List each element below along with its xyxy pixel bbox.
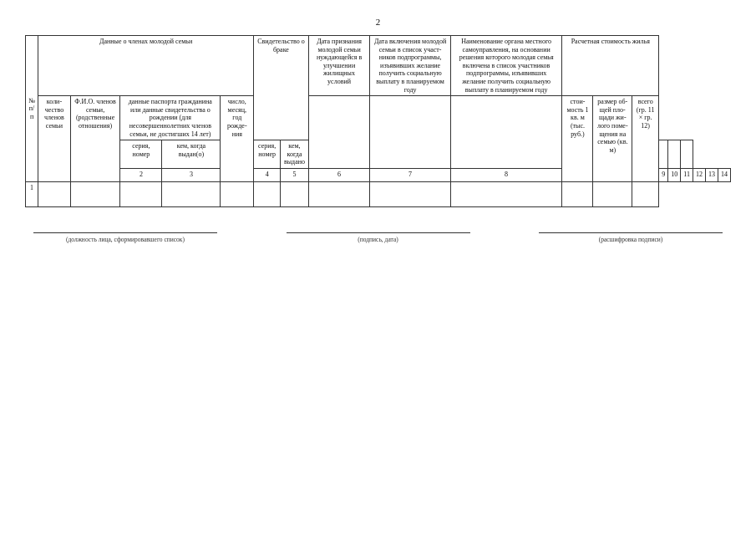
cell-1-5 [162, 181, 221, 206]
footer-position: (должность лица, сформировавшего список) [33, 232, 217, 243]
col-n-4: 4 [254, 168, 281, 181]
footer-signature-line [287, 232, 470, 233]
cell-1-2 [38, 181, 71, 206]
inclusion-sub2 [668, 140, 681, 169]
fio-header: Ф.И.О. членов семьи, (родствен­ные отно­… [70, 96, 120, 182]
passport-header: данные паспорта гражданина или данные св… [120, 96, 221, 140]
passport-series-header: серия, номер [120, 140, 162, 169]
cell-1-9 [308, 181, 370, 206]
col-num-header: №п/п [26, 36, 38, 182]
cell-1-12 [562, 181, 593, 206]
inclusion-sub [370, 96, 450, 169]
passport-issuer-header: кем, когда выдан(о) [162, 140, 221, 169]
cell-1-6 [221, 181, 254, 206]
cell-1-11 [450, 181, 562, 206]
col-n-13: 13 [705, 168, 718, 181]
footer: (должность лица, сформировавшего список)… [25, 232, 731, 243]
cost-header: Расчетная стоимость жилья [562, 36, 659, 96]
recognition-header: Дата признания молодой семьи нуждаю­щейс… [308, 36, 370, 96]
col-n-11: 11 [681, 168, 693, 181]
main-table: №п/п Данные о членах молодой семьи Свиде… [25, 35, 731, 207]
cell-1-7 [254, 181, 281, 206]
footer-signature: (подпись, дата) [287, 232, 470, 243]
footer-decode-line [539, 232, 723, 233]
marriage-header: Свидетельство о браке [254, 36, 309, 140]
cell-1-13 [593, 181, 632, 206]
col-n-8: 8 [450, 168, 562, 181]
family-data-header: Данные о членах молодой семьи [38, 36, 254, 96]
org-sub [450, 96, 562, 169]
footer-decode-label: (расшифровка подписи) [599, 236, 663, 243]
footer-position-line [33, 232, 217, 233]
cell-1-8 [281, 181, 309, 206]
cell-1-3 [70, 181, 120, 206]
footer-decode: (расшифровка подписи) [539, 232, 723, 243]
recognition-sub2 [659, 140, 668, 169]
col-n-6: 6 [308, 168, 370, 181]
table-row: 1 [26, 181, 731, 206]
col-n-14: 14 [718, 168, 730, 181]
birth-header: число, месяц, год рожде­ния [221, 96, 254, 182]
page-number: 2 [25, 17, 731, 27]
recognition-sub [308, 96, 370, 169]
marriage-issuer-header: кем, когда выда­но [281, 140, 309, 169]
footer-signature-label: (подпись, дата) [358, 236, 398, 243]
col-n-2: 2 [120, 168, 162, 181]
cell-1-10 [370, 181, 450, 206]
inclusion-header: Дата включе­ния моло­дой семьи в список … [370, 36, 450, 96]
cell-1-14 [632, 181, 659, 206]
cost-per-sqm-header: стои­мость 1 кв. м (тыс. руб.) [562, 96, 593, 182]
org-sub2 [681, 140, 693, 169]
col-n-3: 3 [162, 168, 221, 181]
col-n-9: 9 [659, 168, 668, 181]
col-n-7: 7 [370, 168, 450, 181]
org-name-header: Наиме­нование органа местного само­управ… [450, 36, 562, 96]
col-n-10: 10 [668, 168, 681, 181]
col-n-12: 12 [693, 168, 705, 181]
size-header: раз­мер об­щей пло­ща­ди жи­ло­го по­ме­… [593, 96, 632, 182]
row-num-1: 1 [26, 181, 38, 206]
cell-1-4 [120, 181, 162, 206]
marriage-series-header: серия, номер [254, 140, 281, 169]
col-n-5: 5 [281, 168, 309, 181]
footer-position-label: (должность лица, сформировавшего список) [66, 236, 185, 243]
total-header: всего (гр. 11 × гр. 12) [632, 96, 659, 182]
count-header: коли­чество членов семьи [38, 96, 71, 182]
